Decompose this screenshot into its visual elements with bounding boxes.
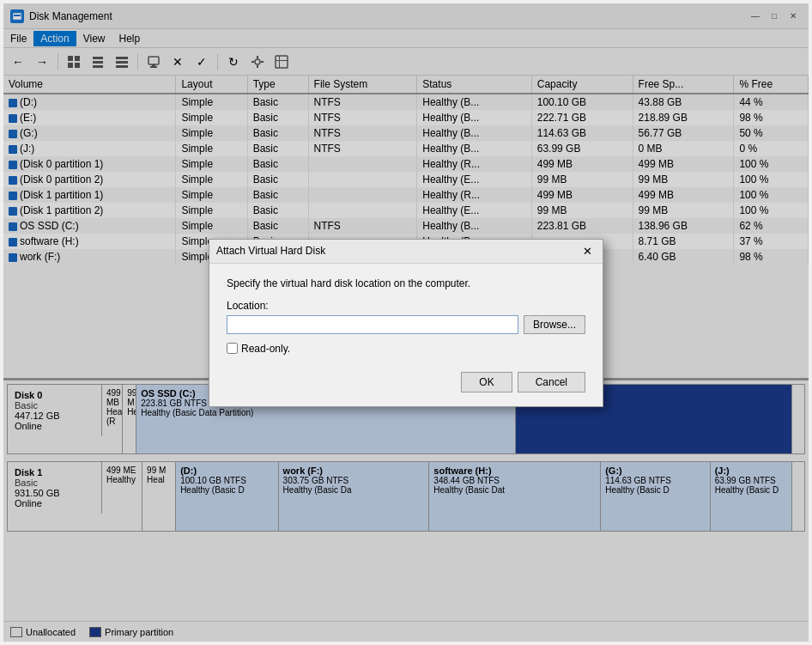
disk-view-button[interactable] [63, 51, 85, 73]
menu-bar: File Action View Help [3, 29, 809, 48]
modal-title-bar: Attach Virtual Hard Disk ✕ [209, 240, 603, 264]
menu-help[interactable]: Help [112, 31, 148, 46]
cell-layout: Simple [176, 187, 247, 203]
disk-size: 931.50 GB [15, 488, 94, 498]
settings-button[interactable] [246, 51, 269, 73]
cell-capacity: 223.81 GB [531, 218, 633, 234]
close-button[interactable]: ✕ [785, 9, 802, 24]
table-row[interactable]: (G:) Simple Basic NTFS Healthy (B... 114… [3, 125, 809, 141]
svg-rect-16 [257, 56, 258, 58]
cell-volume: (Disk 0 partition 2) [3, 172, 176, 187]
check-button[interactable]: ✓ [191, 51, 213, 73]
disk-list-button[interactable] [111, 51, 133, 73]
col-volume[interactable]: Volume [3, 76, 176, 94]
title-bar: Disk Management — □ ✕ [3, 3, 809, 29]
minimize-button[interactable]: — [747, 9, 764, 24]
cell-free: 138.96 GB [633, 218, 734, 234]
map-button[interactable] [270, 51, 293, 73]
cell-status: Healthy (E... [417, 203, 531, 218]
main-window: Disk Management — □ ✕ File Action View H… [3, 3, 809, 642]
part-size: 499 ME [106, 465, 137, 475]
delete-button[interactable]: ✕ [167, 51, 189, 73]
partition-1-0[interactable]: 499 ME Healthy [102, 462, 142, 531]
cell-volume: (Disk 1 partition 1) [3, 187, 176, 203]
volume-list-button[interactable] [87, 51, 109, 73]
col-status[interactable]: Status [417, 76, 531, 94]
cell-free: 499 MB [633, 156, 734, 172]
partition-0-1[interactable]: 99 M Heal [123, 385, 136, 453]
table-row[interactable]: (Disk 0 partition 1) Simple Basic Health… [3, 156, 809, 172]
back-button[interactable]: ← [7, 51, 29, 73]
table-row[interactable]: (Disk 1 partition 1) Simple Basic Health… [3, 187, 809, 203]
col-layout[interactable]: Layout [176, 76, 247, 94]
menu-file[interactable]: File [3, 31, 33, 46]
maximize-button[interactable]: □ [766, 9, 783, 24]
svg-rect-4 [68, 63, 73, 68]
title-buttons: — □ ✕ [747, 9, 802, 24]
col-free[interactable]: Free Sp... [633, 76, 734, 94]
readonly-checkbox[interactable] [227, 343, 238, 354]
part-status: Healthy (Basic D [605, 485, 705, 495]
table-row[interactable]: OS SSD (C:) Simple Basic NTFS Healthy (B… [3, 218, 809, 234]
connect-button[interactable] [142, 51, 165, 73]
partition-1-2[interactable]: (D:) 100.10 GB NTFS Healthy (Basic D [176, 462, 278, 531]
col-type[interactable]: Type [247, 76, 308, 94]
col-capacity[interactable]: Capacity [531, 76, 633, 94]
cell-type: Basic [247, 156, 308, 172]
cell-status: Healthy (R... [417, 187, 531, 203]
partition-1-5[interactable]: (G:) 114.63 GB NTFS Healthy (Basic D [601, 462, 710, 531]
cell-capacity: 499 MB [531, 187, 633, 203]
partition-1-6[interactable]: (J:) 63.99 GB NTFS Healthy (Basic D [711, 462, 792, 531]
part-status: Heal [127, 407, 131, 417]
col-fs[interactable]: File System [308, 76, 417, 94]
disk-block-1: Disk 1 Basic 931.50 GB Online 499 ME Hea… [7, 461, 805, 532]
table-row[interactable]: (Disk 0 partition 2) Simple Basic Health… [3, 172, 809, 187]
menu-view[interactable]: View [76, 31, 112, 46]
cell-fs: NTFS [308, 94, 417, 110]
cell-capacity: 499 MB [531, 156, 633, 172]
cell-type: Basic [247, 218, 308, 234]
legend-unallocated-box [10, 627, 22, 637]
cell-volume: (Disk 0 partition 1) [3, 156, 176, 172]
cell-capacity: 99 MB [531, 172, 633, 187]
cell-type: Basic [247, 172, 308, 187]
disk-status: Online [15, 498, 94, 508]
cell-status: Healthy (E... [417, 172, 531, 187]
cell-pct: 100 % [734, 172, 809, 187]
svg-rect-2 [68, 56, 73, 61]
menu-action[interactable]: Action [33, 31, 76, 46]
cancel-button[interactable]: Cancel [518, 372, 585, 392]
modal-body: Specify the virtual hard disk location o… [209, 264, 603, 406]
cell-volume: (J:) [3, 141, 176, 156]
cell-free: 499 MB [633, 187, 734, 203]
partition-1-4[interactable]: software (H:) 348.44 GB NTFS Healthy (Ba… [429, 462, 601, 531]
table-row[interactable]: (D:) Simple Basic NTFS Healthy (B... 100… [3, 94, 809, 110]
ok-button[interactable]: OK [461, 372, 512, 392]
toolbar-sep-1 [58, 53, 58, 70]
partition-1-1[interactable]: 99 M Heal [142, 462, 176, 531]
cell-fs [308, 156, 417, 172]
part-size: 348.44 GB NTFS [433, 476, 596, 485]
cell-fs: NTFS [308, 125, 417, 141]
refresh-button[interactable]: ↻ [222, 51, 245, 73]
partition-1-3[interactable]: work (F:) 303.75 GB NTFS Healthy (Basic … [279, 462, 430, 531]
browse-button[interactable]: Browse... [524, 315, 585, 334]
cell-status: Healthy (B... [417, 110, 531, 125]
table-row[interactable]: (E:) Simple Basic NTFS Healthy (B... 222… [3, 110, 809, 125]
modal-title: Attach Virtual Hard Disk [216, 245, 325, 257]
col-pct[interactable]: % Free [734, 76, 809, 94]
disk-map-area[interactable]: Disk 0 Basic 447.12 GB Online 499 MB Hea… [3, 380, 809, 621]
forward-button[interactable]: → [31, 51, 53, 73]
svg-rect-18 [251, 61, 254, 63]
table-row[interactable]: (Disk 1 partition 2) Simple Basic Health… [3, 203, 809, 218]
location-input[interactable] [227, 315, 518, 334]
table-row[interactable]: (J:) Simple Basic NTFS Healthy (B... 63.… [3, 141, 809, 156]
cell-layout: Simple [176, 125, 247, 141]
cell-type: Basic [247, 125, 308, 141]
part-name: software (H:) [433, 465, 596, 476]
legend-primary-box [89, 627, 101, 637]
modal-close-button[interactable]: ✕ [579, 243, 596, 259]
part-size: 99 M [147, 465, 171, 475]
svg-rect-12 [148, 57, 159, 64]
partition-0-0[interactable]: 499 MB Healthy (R [102, 385, 123, 453]
